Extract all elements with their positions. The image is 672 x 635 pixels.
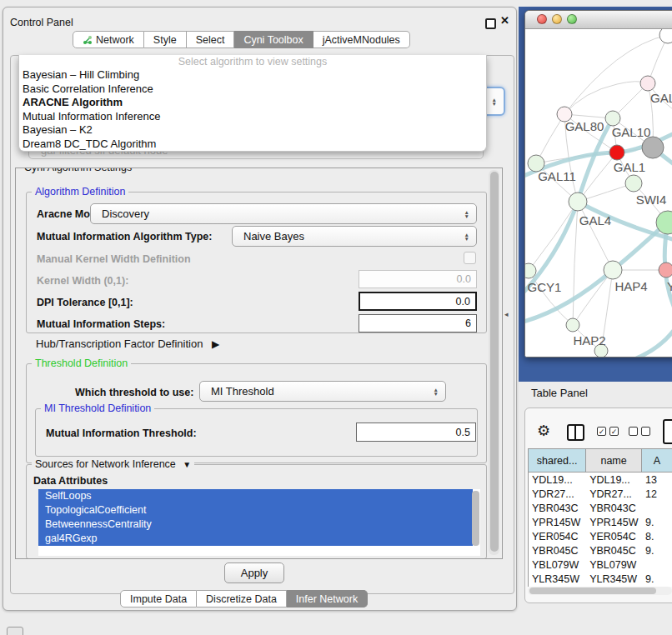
network-node-label: SWI4 — [636, 192, 667, 207]
combo-arrows-icon: ▲▼ — [464, 210, 469, 218]
table-row[interactable]: YLR345WYLR345W9. — [529, 572, 672, 586]
aracne-mode-combo[interactable]: Discovery ▲▼ — [90, 203, 477, 224]
hub-definition-toggle[interactable]: Hub/Transcription Factor Definition ▶ — [36, 338, 219, 350]
tab-discretize-data[interactable]: Discretize Data — [197, 590, 287, 608]
network-node-label: GAL — [650, 91, 672, 105]
table-row[interactable]: YDL19...YDL19...13 — [529, 472, 672, 488]
table-row[interactable]: YBR045CYBR045C9. — [529, 543, 672, 558]
tab-style[interactable]: Style — [144, 31, 187, 48]
column-header-partial[interactable]: A — [642, 449, 672, 472]
network-node-label: Y — [667, 279, 672, 293]
gear-icon[interactable]: ⚙ — [537, 422, 550, 440]
tab-network[interactable]: Network — [73, 31, 144, 48]
mi-threshold-label: Mutual Information Threshold: — [46, 428, 197, 439]
network-node[interactable] — [604, 261, 622, 279]
apply-button[interactable]: Apply — [224, 562, 284, 583]
attributes-scrollbar-thumb[interactable] — [472, 491, 479, 546]
network-window-titlebar[interactable] — [525, 11, 672, 29]
deselect-all-checks-icon[interactable] — [629, 427, 650, 436]
settings-scrollbar[interactable] — [489, 170, 499, 555]
popup-item-dream8[interactable]: Dream8 DC_TDC Algorithm — [19, 138, 486, 152]
tab-infer-network[interactable]: Infer Network — [287, 590, 368, 608]
popup-item-aracne[interactable]: ARACNE Algorithm — [19, 96, 486, 110]
network-edge[interactable] — [529, 202, 578, 271]
table-scrollbar-thumb[interactable] — [529, 588, 656, 594]
algorithm-definition-title: Algorithm Definition — [32, 186, 128, 198]
kernel-width-field[interactable]: 0.0 — [359, 270, 477, 288]
list-item[interactable]: TopologicalCoefficient — [38, 503, 473, 518]
table-row[interactable]: YPR145WYPR145W9. — [529, 515, 672, 529]
mi-threshold-definition-group: MI Threshold Definition Mutual Informati… — [35, 408, 478, 457]
select-all-checks-icon[interactable]: ✓ ✓ — [597, 427, 619, 436]
list-item[interactable]: gal4RGexp — [38, 532, 473, 546]
table-row[interactable]: YBR043CYBR043C — [529, 501, 672, 515]
algorithm-dropdown-popup: Select algorithm to view settings Bayesi… — [18, 55, 487, 152]
tab-impute-data[interactable]: Impute Data — [120, 590, 197, 608]
network-node[interactable] — [642, 137, 664, 158]
network-node-label: HAP2 — [573, 333, 605, 348]
sources-title-toggle[interactable]: Sources for Network Inference ▼ — [32, 458, 194, 470]
float-window-icon[interactable] — [485, 18, 496, 29]
manual-kernel-checkbox[interactable] — [464, 252, 476, 264]
zoom-traffic-light-icon[interactable] — [567, 14, 577, 24]
table-row[interactable]: YER054CYER054C8. — [529, 529, 672, 543]
expand-right-icon: ▶ — [212, 338, 219, 350]
network-node-label: GAL10 — [612, 125, 651, 139]
threshold-definition-title: Threshold Definition — [32, 358, 131, 369]
network-node-label: GAL80 — [565, 119, 604, 133]
popup-item-bayesian-k2[interactable]: Bayesian – K2 — [19, 123, 486, 138]
mi-threshold-field[interactable]: 0.5 — [356, 422, 476, 442]
which-threshold-label: Which threshold to use: — [75, 387, 193, 398]
network-node[interactable] — [525, 263, 536, 278]
data-attributes-list: SelfLoops TopologicalCoefficient Between… — [38, 489, 480, 556]
tab-select[interactable]: Select — [187, 31, 235, 48]
popup-item-basic-correlation[interactable]: Basic Correlation Inference — [19, 82, 486, 97]
dock-panel-button[interactable] — [7, 627, 23, 635]
algorithm-definition-group: Algorithm Definition Aracne Mode: Discov… — [26, 192, 487, 333]
combo-arrows-icon: ▲▼ — [434, 388, 439, 396]
combo-arrows-icon: ▲▼ — [464, 232, 469, 241]
network-node[interactable] — [609, 145, 624, 160]
popup-item-mutual-information[interactable]: Mutual Information Inference — [19, 110, 486, 124]
settings-scrollbar-thumb[interactable] — [490, 172, 499, 552]
network-edge[interactable] — [564, 82, 648, 114]
mi-steps-label: Mutual Information Steps: — [37, 318, 165, 330]
table-horizontal-scrollbar[interactable] — [528, 587, 672, 595]
network-node[interactable] — [569, 192, 587, 211]
document-icon[interactable] — [663, 419, 672, 444]
mi-algorithm-type-label: Mutual Information Algorithm Type: — [37, 231, 212, 242]
network-node[interactable] — [605, 111, 620, 126]
network-node[interactable] — [659, 29, 672, 43]
close-traffic-light-icon[interactable] — [537, 14, 547, 24]
sources-group: Sources for Network Inference ▼ Data Att… — [26, 464, 487, 559]
column-header-shared[interactable]: shared... — [529, 449, 586, 472]
mi-steps-field[interactable]: 6 — [359, 314, 477, 332]
tab-cyni-toolbox[interactable]: Cyni Toolbox — [234, 31, 313, 48]
popup-item-bayesian-hill-climbing[interactable]: Bayesian – Hill Climbing — [19, 68, 486, 82]
tab-jactivemnodules[interactable]: jActiveMNodules — [313, 31, 410, 48]
network-node[interactable] — [625, 175, 642, 192]
table-row[interactable]: YBL079WYBL079W — [529, 558, 672, 572]
list-item[interactable]: SelfLoops — [38, 489, 473, 503]
splitter-collapse-icon[interactable]: ◂ — [504, 310, 509, 318]
list-item[interactable]: BetweennessCentrality — [38, 518, 473, 532]
mi-algorithm-type-combo[interactable]: Naive Bayes ▲▼ — [232, 226, 477, 247]
network-node[interactable] — [659, 262, 672, 278]
network-node[interactable] — [640, 76, 655, 91]
network-node[interactable] — [566, 318, 579, 332]
control-panel-title: Control Panel — [10, 17, 73, 28]
table-row[interactable]: YDR27...YDR27...12 — [529, 487, 672, 501]
network-edge-thick[interactable] — [625, 309, 672, 357]
network-edge-thick[interactable] — [525, 118, 613, 296]
column-layout-icon[interactable] — [567, 424, 584, 441]
column-header-name[interactable]: name — [586, 449, 642, 472]
node-table: shared... name A YDL19...YDL19...13YDR27… — [528, 448, 672, 587]
network-edge[interactable] — [573, 202, 578, 325]
mi-threshold-definition-title: MI Threshold Definition — [41, 402, 154, 414]
minimize-traffic-light-icon[interactable] — [552, 14, 562, 24]
network-canvas[interactable]: GALGAL80GAL10GAL1GAL11SWI4GAL4GCY1HAP4YH… — [525, 29, 672, 357]
close-icon[interactable]: ✕ — [500, 14, 509, 27]
dpi-tolerance-field[interactable]: 0.0 — [359, 292, 477, 311]
dpi-tolerance-label: DPI Tolerance [0,1]: — [37, 297, 133, 308]
which-threshold-combo[interactable]: MI Threshold ▲▼ — [199, 381, 446, 402]
